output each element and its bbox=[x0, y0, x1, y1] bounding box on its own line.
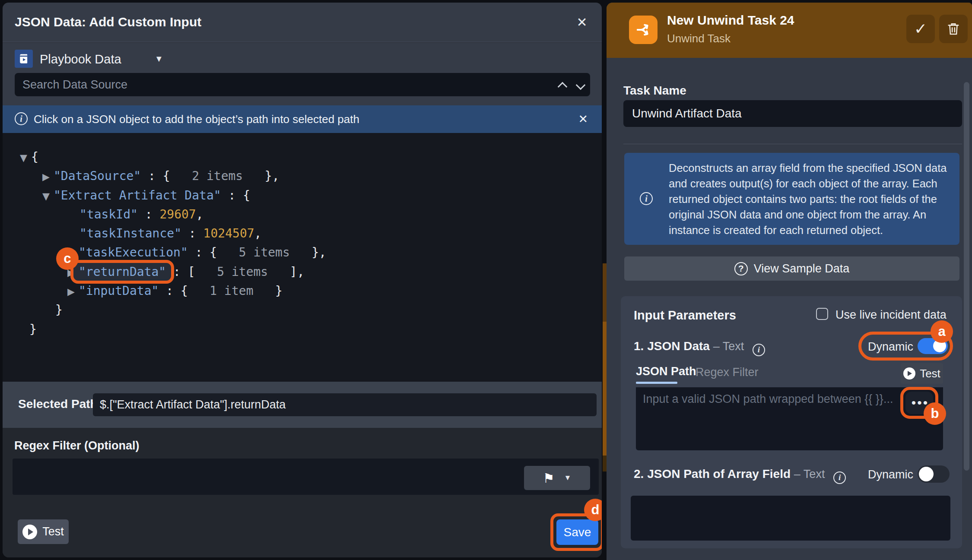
search-data-source-input[interactable] bbox=[15, 73, 590, 96]
annotation-badge-b: b bbox=[924, 402, 946, 425]
task-header: New Unwind Task 24 Unwind Task ✓ bbox=[607, 3, 972, 58]
test-button-label: Test bbox=[42, 525, 64, 538]
confirm-button[interactable]: ✓ bbox=[906, 15, 935, 43]
regex-filter-label: Regex Filter (Optional) bbox=[14, 439, 140, 452]
json-token: 29607 bbox=[159, 207, 196, 221]
json-token: 5 items bbox=[217, 245, 304, 259]
input-parameters-card: Input Parameters Use live incident data … bbox=[621, 296, 962, 548]
json-token: 1 item bbox=[188, 284, 268, 298]
view-sample-data-label: View Sample Data bbox=[754, 262, 850, 275]
canvas-node-fragment bbox=[603, 456, 607, 471]
json-tree-line[interactable]: ▼"Extract Artifact Data" : { bbox=[3, 186, 602, 205]
view-sample-data-button[interactable]: ? View Sample Data bbox=[624, 256, 959, 281]
info-icon: i bbox=[15, 112, 28, 125]
triangle-collapsed-icon[interactable]: ▶ bbox=[67, 286, 75, 297]
dialog-title: JSON Data: Add Custom Input bbox=[15, 15, 201, 29]
json-token[interactable]: "DataSource" bbox=[54, 169, 141, 183]
annotation-badge-a: a bbox=[931, 320, 953, 343]
chevron-down-icon: ▼ bbox=[564, 474, 572, 482]
data-source-selector[interactable]: Playbook Data bbox=[40, 52, 121, 66]
save-button[interactable]: Save bbox=[556, 519, 598, 545]
selected-path-input[interactable] bbox=[93, 393, 597, 416]
play-icon bbox=[22, 525, 37, 539]
annotation-badge-c: c bbox=[56, 247, 79, 270]
json-tree-line[interactable]: ▶"DataSource" : { 2 items }, bbox=[3, 167, 602, 186]
json-token: 5 items bbox=[195, 265, 283, 279]
playbook-data-icon bbox=[15, 50, 33, 68]
active-tab-underline bbox=[636, 382, 677, 384]
param2-dynamic-toggle[interactable] bbox=[918, 465, 950, 483]
json-token: ], bbox=[283, 265, 305, 279]
json-token: }, bbox=[305, 245, 327, 259]
json-token: , bbox=[254, 226, 262, 240]
data-source-section: Playbook Data ▼ bbox=[3, 43, 602, 105]
banner-close-icon[interactable]: ✕ bbox=[578, 112, 588, 126]
param1-type: – Text bbox=[713, 340, 744, 353]
json-token: 2 items bbox=[170, 169, 257, 183]
dialog-header: JSON Data: Add Custom Input ✕ bbox=[3, 3, 602, 42]
scrollbar-thumb[interactable] bbox=[964, 82, 969, 471]
flag-icon: ⚑ bbox=[543, 471, 555, 486]
json-tree-line[interactable]: "taskId" : 29607, bbox=[3, 205, 602, 224]
canvas-node-fragment bbox=[603, 263, 607, 322]
json-tree-line[interactable]: ▶"returnData"c : [ 5 items ], bbox=[3, 263, 602, 282]
add-custom-input-dialog: JSON Data: Add Custom Input ✕ Playbook D… bbox=[3, 3, 602, 557]
json-token: } bbox=[268, 284, 283, 298]
param1-label: 1. JSON Data – Text i bbox=[634, 339, 765, 356]
tab-json-path[interactable]: JSON Path bbox=[636, 365, 702, 387]
tab-regex-filter[interactable]: Regex Filter bbox=[696, 366, 759, 379]
json-token: { bbox=[31, 150, 38, 164]
chevron-down-icon[interactable]: ▼ bbox=[155, 54, 163, 64]
json-token: : bbox=[138, 207, 160, 221]
return-data-key-highlighted[interactable]: "returnData"c bbox=[70, 260, 174, 284]
param1-test-button[interactable]: Test bbox=[901, 363, 943, 384]
use-live-incident-data-checkbox[interactable] bbox=[816, 308, 828, 320]
dialog-close-icon[interactable]: ✕ bbox=[573, 14, 591, 31]
json-token[interactable]: "inputData" bbox=[79, 284, 159, 298]
delete-task-button[interactable] bbox=[939, 15, 968, 43]
json-tree-line[interactable]: ▶"inputData" : { 1 item } bbox=[3, 282, 602, 301]
triangle-expanded-icon[interactable]: ▼ bbox=[20, 152, 27, 163]
param2-type: – Text bbox=[794, 468, 825, 481]
json-tree-line[interactable]: } bbox=[3, 301, 602, 320]
input-parameters-title: Input Parameters bbox=[634, 308, 736, 323]
selected-path-row: Selected Path bbox=[3, 382, 602, 428]
json-token: }, bbox=[257, 169, 280, 183]
json-token[interactable]: "Extract Artifact Data" bbox=[54, 188, 221, 202]
task-subtitle: Unwind Task bbox=[667, 32, 731, 45]
json-token: } bbox=[29, 322, 37, 336]
json-token: : bbox=[181, 226, 203, 240]
task-config-panel: New Unwind Task 24 Unwind Task ✓ Task Na… bbox=[607, 3, 972, 560]
canvas-node-fragment bbox=[603, 322, 607, 456]
triangle-expanded-icon[interactable]: ▼ bbox=[42, 191, 50, 202]
info-icon[interactable]: i bbox=[753, 344, 765, 356]
test-button[interactable]: Test bbox=[18, 519, 69, 544]
regex-filter-input[interactable] bbox=[13, 459, 599, 495]
json-token: : { bbox=[159, 284, 187, 298]
use-live-incident-data-label: Use live incident data bbox=[835, 308, 947, 322]
regex-filter-section: Regex Filter (Optional) ⚑ ▼ bbox=[3, 428, 602, 557]
json-token: 1024507 bbox=[203, 226, 254, 240]
json-token: : { bbox=[141, 169, 170, 183]
json-token: : { bbox=[221, 188, 250, 202]
param1-json-path-textarea[interactable] bbox=[636, 387, 943, 450]
param2-json-path-textarea[interactable] bbox=[631, 496, 950, 541]
triangle-collapsed-icon[interactable]: ▶ bbox=[42, 171, 50, 182]
regex-flags-dropdown[interactable]: ⚑ ▼ bbox=[524, 466, 590, 490]
json-token[interactable]: "taskInstance" bbox=[79, 226, 181, 240]
play-icon bbox=[903, 367, 915, 380]
param2-label: 2. JSON Path of Array Field – Text i bbox=[634, 467, 846, 484]
json-token[interactable]: "taskId" bbox=[79, 207, 138, 221]
param1-dynamic-label: Dynamic bbox=[868, 340, 913, 354]
info-icon[interactable]: i bbox=[833, 471, 846, 484]
question-icon: ? bbox=[734, 262, 748, 275]
json-tree-line[interactable]: "taskInstance" : 1024507, bbox=[3, 224, 602, 243]
json-tree-line[interactable]: ▼{ bbox=[3, 148, 602, 167]
json-token[interactable]: "taskExecution" bbox=[79, 245, 188, 259]
task-name-input[interactable] bbox=[623, 100, 962, 127]
json-tree-line[interactable]: } bbox=[3, 320, 602, 339]
task-description-text: Deconstructs an array field from the spe… bbox=[669, 160, 949, 238]
info-banner: i Click on a JSON object to add the obje… bbox=[3, 105, 602, 133]
json-tree[interactable]: ▼{▶"DataSource" : { 2 items },▼"Extract … bbox=[3, 133, 602, 382]
info-icon: i bbox=[640, 192, 653, 205]
